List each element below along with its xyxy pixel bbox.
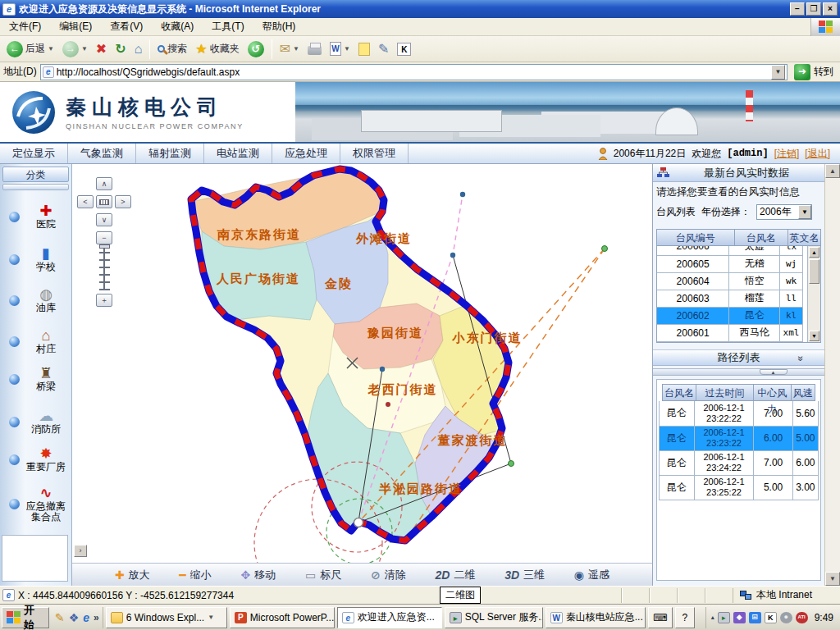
panel-splitter[interactable]: ▲ <box>653 368 824 376</box>
tab-station-monitor[interactable]: 电站监测 <box>204 144 272 163</box>
zoom-plus-button[interactable]: ＋ <box>96 294 112 307</box>
scroll-down-icon[interactable]: ▼ <box>809 331 819 341</box>
pan-right-button[interactable]: > <box>115 195 131 208</box>
tray-ati-icon[interactable]: ATI <box>796 612 808 623</box>
sidebar-item-hospital[interactable]: ✚ 医院 <box>0 203 72 230</box>
remote-sensing-tool[interactable]: ◉遥感 <box>574 568 609 582</box>
table-row[interactable]: 昆仑2006-12-1 23:22:227.005.60 <box>660 401 819 426</box>
sidebar-item-school[interactable]: ▮ 学校 <box>0 246 72 272</box>
menu-tools[interactable]: 工具(T) <box>203 18 253 35</box>
zoom-minus-button[interactable]: − <box>96 231 112 244</box>
table-row[interactable]: 200602昆仑kl <box>657 307 803 324</box>
scroll-down-icon[interactable]: ▼ <box>825 572 840 586</box>
clear-tool[interactable]: ⊘清除 <box>371 568 406 582</box>
table-row[interactable]: 200603榴莲ll <box>657 290 803 307</box>
back-dropdown-icon[interactable]: ▼ <box>48 45 54 52</box>
zoom-out-tool[interactable]: ━缩小 <box>179 568 211 582</box>
refresh-button[interactable]: ↻ <box>112 41 129 57</box>
task-sql-server[interactable]: ▸ SQL Server 服务... <box>445 607 543 628</box>
tab-location-display[interactable]: 定位显示 <box>0 144 68 163</box>
tray-clock[interactable]: 9:49 <box>811 612 833 623</box>
scroll-thumb[interactable] <box>809 259 819 284</box>
menu-favorites[interactable]: 收藏(A) <box>152 18 203 35</box>
forward-button[interactable]: → ▼ <box>59 39 91 59</box>
go-button[interactable]: ➜ 转到 <box>791 64 837 80</box>
exit-link[interactable]: [退出] <box>805 147 830 161</box>
mail-button[interactable]: ✉▼ <box>276 41 303 57</box>
stop-button[interactable]: ✖ <box>93 41 110 57</box>
tab-weather-monitor[interactable]: 气象监测 <box>68 144 136 163</box>
year-dropdown[interactable]: 2006年 ▼ <box>756 204 812 220</box>
pen-button[interactable]: ✎ <box>375 41 392 57</box>
tray-volume-icon[interactable]: ● <box>780 612 792 623</box>
logout-link[interactable]: [注销] <box>774 147 800 161</box>
sidebar-item-important-plant[interactable]: ✸ 重要厂房 <box>0 446 72 472</box>
sidebar-item-assembly-point[interactable]: ∿ 应急撤离集合点 <box>0 486 72 523</box>
menu-edit[interactable]: 编辑(E) <box>50 18 101 35</box>
task-windows-explorer-group[interactable]: 6 Windows Expl... ▼ <box>106 607 227 628</box>
task-ie-current[interactable]: e 欢迎进入应急资... <box>337 607 442 628</box>
table-row[interactable]: 昆仑2006-12-1 23:24:227.006.00 <box>660 450 819 475</box>
start-button[interactable]: 开始 <box>2 607 49 628</box>
quick-launch-app-icon[interactable]: ❖ <box>69 611 80 624</box>
table-scrollbar[interactable]: ▲ ▼ <box>807 246 820 342</box>
keyboard-layout-button[interactable]: ⌨ <box>648 607 673 628</box>
scroll-up-icon[interactable]: ▲ <box>825 164 840 178</box>
map-canvas[interactable]: 南京东路街道 外滩街道 人民广场街道 金陵 豫园街道 小东门街道 老西门街道 董… <box>72 164 652 563</box>
address-input[interactable] <box>57 66 769 78</box>
quick-launch-ie-icon[interactable]: e <box>83 611 89 624</box>
zoom-slider-handle[interactable] <box>99 244 110 249</box>
history-button[interactable]: ↺ <box>244 39 267 59</box>
page-scrollbar[interactable]: ▲ ▼ <box>824 164 840 586</box>
table-row[interactable]: 200604悟空wk <box>657 272 803 290</box>
back-button[interactable]: ← 后退 ▼ <box>3 39 57 59</box>
tray-kaspersky-icon[interactable]: K <box>765 612 777 623</box>
pan-left-button[interactable]: < <box>77 195 94 208</box>
sidebar-item-oil-depot[interactable]: ◍ 油库 <box>0 287 72 313</box>
tab-radiation-monitor[interactable]: 辐射监测 <box>136 144 204 163</box>
collapse-chevron-icon[interactable]: » <box>796 356 807 360</box>
sidebar-item-village[interactable]: ⌂ 村庄 <box>0 328 72 354</box>
help-button[interactable]: ? <box>675 607 695 628</box>
splitter-handle[interactable]: ▲ <box>760 369 788 375</box>
tab-permission-manage[interactable]: 权限管理 <box>340 144 409 163</box>
menu-view[interactable]: 查看(V) <box>101 18 152 35</box>
k-logo-button[interactable]: K <box>394 41 414 57</box>
forward-dropdown-icon[interactable]: ▼ <box>81 45 88 52</box>
quick-launch-pen-icon[interactable]: ✎ <box>55 611 65 624</box>
pan-up-button[interactable]: ∧ <box>96 177 112 190</box>
task-word-doc[interactable]: W 秦山核电站应急... <box>546 607 646 628</box>
edit-word-button[interactable]: W▼ <box>326 40 354 57</box>
view-2d-tool[interactable]: 2D二维 <box>436 568 476 582</box>
gis-map[interactable] <box>72 164 652 563</box>
zoom-in-tool[interactable]: ✚放大 <box>115 568 150 582</box>
tray-chevron-icon[interactable]: ▴ <box>711 614 714 621</box>
pan-center-button[interactable] <box>96 195 112 208</box>
menu-file[interactable]: 文件(F) <box>0 18 50 35</box>
ruler-tool[interactable]: ▭标尺 <box>305 568 341 582</box>
task-powerpoint[interactable]: P Microsoft PowerP... <box>230 607 335 628</box>
notes-button[interactable] <box>355 41 373 57</box>
table-row[interactable]: 昆仑2006-12-1 23:25:225.003.00 <box>660 475 819 500</box>
restore-button[interactable]: ❐ <box>806 2 821 16</box>
table-row[interactable]: 昆仑2006-12-1 23:23:226.005.00 <box>660 426 819 450</box>
table-row[interactable]: 200601西马伦xml <box>657 324 803 341</box>
menu-help[interactable]: 帮助(H) <box>253 18 305 35</box>
quick-launch-overflow-icon[interactable]: » <box>94 612 99 623</box>
home-button[interactable]: ⌂ <box>131 41 146 57</box>
tab-emergency-handling[interactable]: 应急处理 <box>272 144 340 163</box>
tray-grid-icon[interactable]: ⊞ <box>749 612 761 623</box>
sidebar-item-fire-station[interactable]: ☁ 消防所 <box>0 409 72 435</box>
favorites-button[interactable]: ★ 收藏夹 <box>192 40 242 57</box>
minimize-button[interactable]: − <box>790 2 805 16</box>
zoom-slider[interactable] <box>99 246 110 290</box>
scroll-up-icon[interactable]: ▲ <box>809 247 819 258</box>
category-header[interactable]: 分类 <box>2 167 69 182</box>
tray-app-icon[interactable]: ◆ <box>733 612 746 623</box>
table-row[interactable]: 200606太虚tx <box>657 246 803 255</box>
view-3d-tool[interactable]: 3D三维 <box>504 568 545 582</box>
close-button[interactable]: × <box>823 2 838 16</box>
dropdown-arrow-icon[interactable]: ▼ <box>798 205 811 219</box>
table-row[interactable]: 200605无稽wj <box>657 255 803 272</box>
pan-down-button[interactable]: ∨ <box>96 213 112 226</box>
